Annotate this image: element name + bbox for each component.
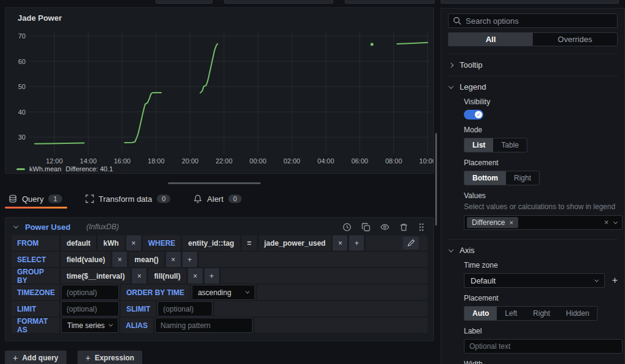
timeseries-chart[interactable]: 304050607012:0014:0016:0018:0020:0022:00… — [5, 26, 433, 168]
where-key-segment[interactable]: entity_id::tag — [182, 235, 239, 251]
visibility-toggle[interactable]: ✓ — [464, 110, 483, 120]
where-label[interactable]: WHERE — [143, 235, 181, 251]
row-filler — [214, 301, 427, 316]
tab-overrides[interactable]: Overrides — [533, 33, 617, 46]
select-mean-segment[interactable]: mean() — [129, 252, 164, 267]
axis-width-label: Width — [464, 360, 618, 364]
close-icon[interactable]: × — [132, 268, 146, 284]
limit-input[interactable] — [61, 301, 119, 316]
plus-icon[interactable]: + — [204, 268, 219, 284]
history-icon[interactable] — [342, 223, 352, 232]
legend-mode-group: List Table — [464, 138, 527, 152]
axis-placement-group: Auto Left Right Hidden — [464, 306, 598, 321]
tab-query[interactable]: Query 1 — [9, 191, 62, 207]
legend-section-body: Visibility ✓ Mode List Table Placement B… — [464, 98, 618, 232]
edit-icon[interactable] — [403, 237, 419, 249]
timezone-value: Default — [471, 276, 496, 285]
tab-transform-data[interactable]: Transform data 0 — [85, 191, 171, 207]
orderby-label: ORDER BY TIME — [121, 285, 190, 300]
timezone-row: Default + — [464, 273, 618, 288]
section-legend-header[interactable]: Legend — [448, 76, 618, 98]
close-icon[interactable]: × — [604, 218, 609, 227]
toolbar-button-partial[interactable] — [156, 0, 212, 4]
from-label[interactable]: FROM — [12, 235, 59, 251]
select-field-segment[interactable]: field(value) — [61, 252, 110, 267]
chart-legend[interactable]: kWh.mean Difference: 40.1 — [16, 165, 113, 173]
groupby-time-segment[interactable]: time($__interval) — [61, 268, 130, 284]
legend-series-name[interactable]: kWh.mean — [29, 165, 62, 173]
expression-button[interactable]: + Expression — [78, 351, 142, 364]
placement-option-left[interactable]: Left — [497, 307, 525, 320]
format-select[interactable]: Time series — [61, 318, 118, 333]
eye-icon[interactable] — [380, 223, 389, 232]
from-db-segment[interactable]: default — [61, 235, 96, 251]
tab-count: 1 — [48, 194, 62, 203]
section-axis-header[interactable]: Axis — [448, 240, 618, 261]
mode-label: Mode — [464, 126, 618, 134]
svg-text:14:00: 14:00 — [80, 157, 97, 165]
mode-option-list[interactable]: List — [464, 138, 493, 152]
query-ref-name[interactable]: Power Used — [25, 223, 70, 232]
chevron-down-icon — [449, 247, 453, 252]
placement-option-bottom[interactable]: Bottom — [464, 171, 506, 185]
drag-handle-icon[interactable] — [418, 223, 425, 232]
section-legend: Legend Visibility ✓ Mode List Table Plac… — [448, 76, 618, 232]
mode-option-table[interactable]: Table — [493, 138, 527, 152]
chevron-down-icon[interactable] — [13, 223, 18, 228]
close-icon[interactable]: × — [126, 235, 141, 251]
horizontal-scrollbar[interactable] — [168, 182, 261, 184]
placement-option-right[interactable]: Right — [506, 171, 539, 185]
tab-label: Alert — [207, 194, 223, 204]
close-icon[interactable]: × — [166, 252, 181, 267]
toolbar-button-partial[interactable] — [441, 0, 619, 4]
select-label[interactable]: SELECT — [12, 252, 59, 267]
where-value-segment[interactable]: jade_power_used — [259, 235, 331, 251]
tab-all[interactable]: All — [449, 33, 533, 46]
add-query-button[interactable]: + Add query — [5, 351, 67, 364]
where-operator-segment[interactable]: = — [242, 235, 257, 251]
toolbar-button-partial[interactable] — [345, 0, 435, 4]
axis-label-input[interactable] — [464, 339, 623, 354]
toolbar-button-partial[interactable] — [224, 0, 333, 4]
query-row-timezone: TIMEZONE ORDER BY TIME ascending — [12, 285, 427, 300]
slimit-input[interactable] — [157, 301, 212, 316]
query-header[interactable]: Power Used (InfluxDB) — [5, 218, 433, 236]
chevron-down-icon[interactable] — [613, 219, 618, 224]
close-icon[interactable]: × — [333, 235, 347, 251]
format-value: Time series — [67, 321, 105, 330]
timezone-input[interactable] — [61, 285, 119, 300]
groupby-label[interactable]: GROUP BY — [12, 268, 59, 284]
duplicate-icon[interactable] — [361, 223, 370, 232]
close-icon[interactable]: × — [509, 219, 513, 226]
plus-icon[interactable]: + — [182, 252, 197, 267]
chevron-down-icon — [245, 290, 250, 294]
placement-option-hidden[interactable]: Hidden — [558, 307, 597, 320]
query-editor-card: Power Used (InfluxDB) FROM default kWh — [5, 217, 434, 341]
options-search-input[interactable] — [448, 13, 618, 28]
section-tooltip-header[interactable]: Tooltip — [448, 54, 618, 76]
close-icon[interactable]: × — [188, 268, 203, 284]
legend-values-multiselect[interactable]: Difference × × — [464, 215, 623, 230]
query-row-format: FORMAT AS Time series ALIAS — [12, 318, 427, 333]
tab-label: Query — [22, 194, 43, 204]
tab-alert[interactable]: Alert 0 — [193, 191, 242, 207]
from-measurement-segment[interactable]: kWh — [98, 235, 124, 251]
editor-tabs: Query 1 Transform data 0 Alert 0 — [5, 191, 242, 207]
placement-option-right[interactable]: Right — [525, 307, 558, 320]
options-search[interactable] — [448, 13, 618, 28]
tag-label: Difference — [472, 218, 505, 227]
plus-icon: + — [85, 353, 90, 363]
placement-option-auto[interactable]: Auto — [464, 307, 497, 320]
alias-input[interactable] — [155, 318, 253, 333]
trash-icon[interactable] — [399, 223, 408, 232]
query-rows: FROM default kWh × WHERE entity_id::tag … — [12, 235, 427, 333]
row-filler — [221, 268, 427, 284]
plus-icon[interactable]: + — [612, 276, 618, 285]
orderby-select[interactable]: ascending — [192, 285, 255, 300]
groupby-fill-segment[interactable]: fill(null) — [148, 268, 186, 284]
timezone-select[interactable]: Default — [464, 273, 605, 288]
plus-icon[interactable]: + — [349, 235, 364, 251]
vertical-scrollbar[interactable] — [435, 133, 437, 226]
tab-count: 0 — [228, 194, 242, 203]
close-icon[interactable]: × — [112, 252, 127, 267]
